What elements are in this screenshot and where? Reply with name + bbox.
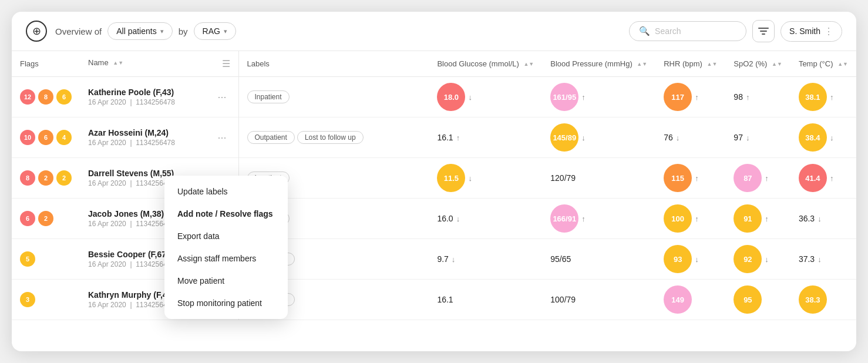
col-header-name: Name ▲▼ ☰	[80, 51, 238, 77]
rhr-cell: 93↓	[655, 239, 725, 280]
blood_glucose-cell: 11.5↓	[429, 158, 542, 199]
spo2-cell: 91↑	[725, 199, 790, 239]
blood_pressure-cell: 161/95↑	[542, 77, 655, 117]
patient-name[interactable]: Kathryn Murphy (F,44)	[88, 290, 175, 300]
rhr-bubble: 100	[664, 204, 692, 233]
patient-name[interactable]: Azar Hosseini (M,24)	[88, 128, 175, 137]
overview-label: Overview of	[55, 26, 102, 36]
col-header-labels: Labels	[238, 51, 429, 77]
spo2-value: 97	[734, 133, 743, 142]
patient-name[interactable]: Bessie Cooper (F,67)	[88, 250, 175, 259]
spo2-cell: 98↑	[725, 77, 790, 117]
blood_glucose-arrow: ↑	[456, 133, 460, 142]
spo2-arrow: ↓	[746, 133, 750, 142]
sort-arrows-spo2[interactable]: ▲▼	[772, 62, 782, 67]
table-row: 822 Darrell Stevens (M,55) 16 Apr 2020 |…	[12, 158, 856, 199]
blood_pressure-arrow: ↑	[581, 93, 586, 102]
blood_glucose-value: 9.7	[437, 254, 448, 264]
filter-button[interactable]	[752, 20, 775, 42]
labels-cell: Inpatient	[238, 77, 429, 117]
sort-arrows-bg[interactable]: ▲▼	[523, 62, 534, 67]
temp-arrow: ↑	[830, 93, 834, 102]
blood_pressure-cell: 100/79	[542, 280, 655, 320]
table-row: 5 Bessie Cooper (F,67) 16 Apr 2020 | 113…	[12, 239, 856, 280]
spo2-bubble: 95	[734, 285, 762, 314]
spo2-cell: 97↓	[725, 117, 790, 158]
flag-badge-yellow: 6	[56, 89, 72, 105]
search-placeholder: Search	[655, 26, 681, 36]
flags-cell: 1286	[12, 77, 80, 117]
patients-table: Flags Name ▲▼ ☰ Labels Blood Glucose (mm…	[12, 51, 856, 320]
svg-rect-2	[762, 33, 765, 35]
spo2-cell: 95	[725, 280, 790, 320]
label-tag: Outpatient	[247, 131, 295, 144]
spo2-cell: 87↑	[725, 158, 790, 199]
rhr-arrow: ↑	[695, 174, 699, 183]
rhr-cell: 117↑	[655, 77, 725, 117]
context-menu-item[interactable]: Update labels	[164, 180, 288, 203]
labels-cell: OutpatientLost to follow up	[238, 117, 429, 158]
patient-name[interactable]: Jacob Jones (M,38)	[88, 209, 175, 219]
blood_glucose-value: 16.0	[437, 214, 453, 223]
blood_glucose-bubble: 18.0	[437, 83, 465, 111]
flag-badge-red: 12	[20, 89, 35, 105]
rag-filter-label: RAG	[203, 26, 220, 36]
flag-badge-red: 10	[20, 130, 35, 145]
chevron-down-icon-rag: ▾	[224, 28, 227, 35]
column-menu-icon[interactable]: ☰	[222, 58, 230, 69]
temp-cell: 38.4↓	[790, 117, 856, 158]
temp-cell: 38.3	[790, 280, 856, 320]
sort-arrows-rhr[interactable]: ▲▼	[707, 62, 718, 67]
context-menu-item[interactable]: Move patient	[164, 270, 288, 292]
rag-filter-button[interactable]: RAG ▾	[194, 22, 236, 40]
table-row: 1064 Azar Hosseini (M,24) 16 Apr 2020 | …	[12, 117, 856, 158]
rhr-bubble: 149	[664, 285, 692, 314]
blood_pressure-value: 95/65	[550, 254, 571, 264]
patient-name[interactable]: Katherine Poole (F,43)	[88, 88, 175, 97]
blood_pressure-cell: 145/89↓	[542, 117, 655, 158]
sort-arrows-temp[interactable]: ▲▼	[837, 62, 848, 67]
context-menu-item[interactable]: Assign staff members	[164, 247, 288, 270]
sort-arrows-name[interactable]: ▲▼	[113, 60, 123, 66]
svg-rect-0	[758, 28, 769, 29]
table-row: 3 Kathryn Murphy (F,44) 16 Apr 2020 | 11…	[12, 280, 856, 320]
blood_glucose-cell: 9.7↓	[429, 239, 542, 280]
context-menu-item[interactable]: Stop monitoring patient	[164, 292, 288, 314]
rhr-cell: 76↓	[655, 117, 725, 158]
blood_glucose-bubble: 11.5	[437, 164, 465, 192]
more-button[interactable]: ···	[214, 131, 230, 144]
blood_pressure-value: 100/79	[550, 295, 576, 304]
logo-icon: ⊕	[26, 21, 47, 42]
blood_pressure-arrow: ↓	[581, 133, 586, 142]
patients-filter-button[interactable]: All patients ▾	[107, 22, 172, 40]
by-label: by	[179, 26, 188, 36]
temp-cell: 38.1↑	[790, 77, 856, 117]
blood_glucose-arrow: ↓	[468, 174, 472, 183]
patient-name[interactable]: Darrell Stevens (M,55)	[88, 169, 175, 178]
col-header-temp: Temp (°C) ▲▼	[790, 51, 856, 77]
context-menu-item[interactable]: Export data	[164, 225, 288, 247]
blood_pressure-bubble: 145/89	[550, 123, 578, 152]
context-menu-item[interactable]: Add note / Resolve flags	[164, 203, 288, 225]
temp-value: 37.3	[799, 254, 815, 264]
temp-bubble: 38.4	[799, 123, 827, 152]
spo2-arrow: ↑	[765, 174, 769, 183]
flag-badge-yellow: 5	[20, 251, 35, 267]
temp-value: 36.3	[799, 214, 815, 223]
temp-cell: 36.3↓	[790, 199, 856, 239]
more-button[interactable]: ···	[214, 90, 230, 103]
col-header-flags: Flags	[12, 51, 80, 77]
search-box[interactable]: 🔍 Search	[629, 21, 746, 41]
app-container: ⊕ Overview of All patients ▾ by RAG ▾ 🔍 …	[12, 12, 856, 351]
sort-arrows-bp[interactable]: ▲▼	[637, 62, 647, 67]
rhr-value: 76	[664, 133, 673, 142]
flag-badge-red: 6	[20, 211, 35, 226]
user-button[interactable]: S. Smith ⋮	[780, 21, 842, 42]
spo2-bubble: 92	[734, 245, 762, 273]
rhr-arrow: ↑	[695, 214, 699, 223]
temp-arrow: ↓	[817, 255, 822, 264]
col-header-rhr: RHR (bpm) ▲▼	[655, 51, 725, 77]
blood_glucose-cell: 16.0↓	[429, 199, 542, 239]
blood_pressure-bubble: 166/91	[550, 204, 578, 233]
table-wrap: Flags Name ▲▼ ☰ Labels Blood Glucose (mm…	[12, 51, 856, 351]
